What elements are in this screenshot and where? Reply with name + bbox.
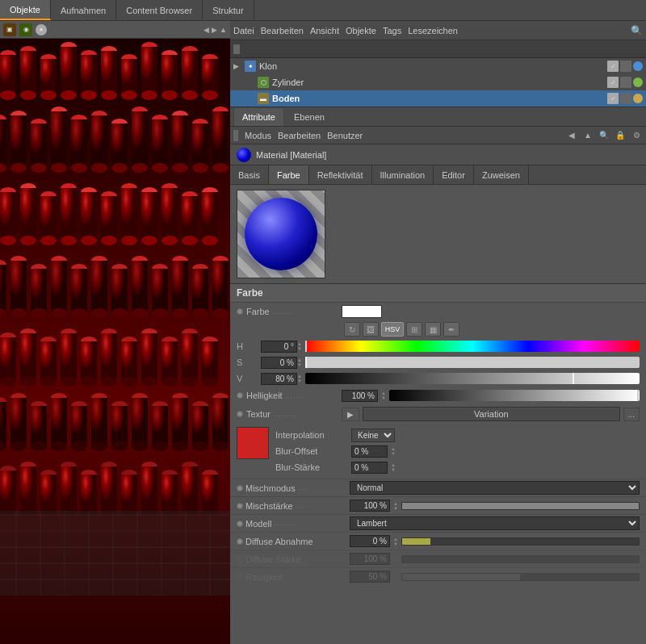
tab-content-browser[interactable]: Content Browser bbox=[116, 0, 203, 20]
klon-check1[interactable]: ✓ bbox=[607, 61, 619, 72]
color-tool-grid[interactable]: ⊞ bbox=[406, 322, 422, 337]
helligkeit-input[interactable] bbox=[342, 390, 378, 402]
diffuse-abnahme-input[interactable] bbox=[350, 535, 390, 547]
modell-select[interactable]: Lambert bbox=[350, 516, 640, 530]
tree-row-zylinder[interactable]: ⬡ Zylinder ✓ bbox=[230, 74, 646, 90]
diffuse-abnahme-down[interactable]: ▼ bbox=[393, 542, 398, 546]
tab-objekte[interactable]: Objekte bbox=[0, 0, 51, 20]
preview-container[interactable] bbox=[237, 190, 325, 278]
klon-check2[interactable] bbox=[620, 61, 631, 72]
s-arrow-down[interactable]: ▼ bbox=[297, 362, 302, 367]
viewport-icon-2[interactable]: ◉ bbox=[19, 23, 32, 36]
blur-offset-input[interactable] bbox=[351, 445, 388, 458]
gear2-icon[interactable]: ⚙ bbox=[630, 129, 643, 142]
viewport-maximize[interactable]: ▲ bbox=[220, 26, 227, 34]
zylinder-check1[interactable]: ✓ bbox=[607, 77, 619, 88]
svg-rect-210 bbox=[20, 466, 36, 515]
svg-rect-88 bbox=[121, 188, 137, 240]
textur-more-btn[interactable]: ... bbox=[623, 408, 640, 421]
tab-aufnahmen[interactable]: Aufnahmen bbox=[51, 0, 116, 20]
svg-rect-34 bbox=[0, 119, 6, 168]
right-panel-scroll[interactable]: Material [Material] Basis Farbe Reflekti… bbox=[230, 144, 646, 644]
zylinder-check2[interactable] bbox=[620, 77, 631, 88]
textur-row: Textur ......... ▶ Variation ... bbox=[230, 404, 646, 424]
boden-check2[interactable] bbox=[620, 93, 631, 104]
diffuse-abnahme-slider[interactable] bbox=[401, 537, 640, 546]
svg-rect-127 bbox=[152, 269, 168, 313]
menu-objekte[interactable]: Objekte bbox=[346, 26, 376, 36]
tab-ebenen[interactable]: Ebenen bbox=[286, 107, 333, 126]
tree-row-boden[interactable]: ▬ Boden ✓ bbox=[230, 90, 646, 107]
mat-tab-reflektivitat[interactable]: Reflektivität bbox=[309, 165, 372, 184]
h-arrow-down[interactable]: ▼ bbox=[297, 346, 302, 351]
lock-icon[interactable]: 🔒 bbox=[614, 129, 627, 142]
svg-rect-109 bbox=[31, 269, 47, 313]
svg-rect-181 bbox=[51, 398, 67, 446]
submenu-bearbeiten[interactable]: Bearbeiten bbox=[278, 131, 321, 140]
blur-offset-row: Blur-Offset ▲ ▼ bbox=[275, 443, 640, 459]
v-arrow-down[interactable]: ▼ bbox=[297, 378, 302, 383]
mischmodus-select[interactable]: Normal bbox=[350, 481, 640, 495]
material-preview bbox=[230, 185, 646, 284]
menu-bearbeiten[interactable]: Bearbeiten bbox=[261, 26, 304, 36]
mat-tab-illumination[interactable]: Illumination bbox=[372, 165, 434, 184]
menu-lesezeichen[interactable]: Lesezeichen bbox=[408, 26, 458, 36]
menu-tags[interactable]: Tags bbox=[383, 26, 401, 36]
svg-rect-222 bbox=[141, 466, 157, 515]
mischstaerke-down[interactable]: ▼ bbox=[393, 506, 398, 511]
mat-tab-farbe[interactable]: Farbe bbox=[269, 165, 309, 184]
tree-toolbar bbox=[230, 40, 646, 58]
boden-check1[interactable]: ✓ bbox=[607, 93, 619, 104]
blur-offset-down[interactable]: ▼ bbox=[391, 451, 396, 456]
mat-tab-zuweisen[interactable]: Zuweisen bbox=[474, 165, 529, 184]
submenu-benutzer[interactable]: Benutzer bbox=[327, 131, 363, 140]
color-tool-picker[interactable]: ✒ bbox=[443, 322, 459, 337]
tab-attribute[interactable]: Attribute bbox=[233, 107, 284, 126]
menu-datei[interactable]: Datei bbox=[233, 26, 254, 36]
svg-point-146 bbox=[40, 377, 57, 387]
viewport-icon-3[interactable]: ● bbox=[36, 24, 47, 36]
viewport-icon-1[interactable]: ▣ bbox=[3, 23, 16, 36]
farbe-color-swatch[interactable] bbox=[342, 305, 382, 318]
s-slider[interactable] bbox=[305, 357, 640, 368]
v-slider[interactable] bbox=[305, 373, 640, 384]
boden-icon: ▬ bbox=[258, 93, 269, 104]
svg-point-41 bbox=[31, 163, 47, 173]
mischstaerke-slider[interactable] bbox=[401, 502, 640, 510]
color-tool-rotate[interactable]: ↻ bbox=[344, 322, 360, 337]
search-icon[interactable]: 🔍 bbox=[631, 25, 643, 36]
helligkeit-control: ▲ ▼ bbox=[342, 390, 640, 402]
viewport-3d[interactable] bbox=[0, 39, 230, 644]
color-tool-hsv[interactable]: HSV bbox=[381, 322, 404, 337]
search2-icon[interactable]: 🔍 bbox=[598, 129, 610, 142]
menu-ansicht[interactable]: Ansicht bbox=[310, 26, 339, 36]
sort-icon[interactable]: ▲ bbox=[581, 129, 594, 142]
blur-staerke-input[interactable] bbox=[351, 462, 388, 474]
interpolation-select[interactable]: Keine bbox=[351, 429, 395, 442]
viewport-arrow-left[interactable]: ◀ bbox=[203, 26, 209, 34]
svg-point-20 bbox=[121, 90, 137, 100]
hsv-h-row: H ▲ ▼ bbox=[230, 338, 646, 354]
mat-tab-basis[interactable]: Basis bbox=[230, 165, 269, 184]
v-input[interactable] bbox=[261, 373, 297, 385]
hell-arrow-down[interactable]: ▼ bbox=[381, 395, 386, 400]
color-tool-palette[interactable]: ▦ bbox=[425, 322, 441, 337]
textur-color-preview[interactable] bbox=[237, 427, 269, 459]
h-input[interactable] bbox=[261, 341, 297, 353]
mat-tab-editor[interactable]: Editor bbox=[434, 165, 474, 184]
s-input[interactable] bbox=[261, 357, 297, 369]
viewport-arrow-right[interactable]: ▶ bbox=[212, 26, 217, 34]
tree-row-klon[interactable]: ▶ ✦ Klon ✓ bbox=[230, 58, 646, 74]
mischstaerke-input[interactable] bbox=[350, 500, 390, 512]
blur-staerke-down[interactable]: ▼ bbox=[391, 467, 396, 472]
svg-rect-121 bbox=[111, 269, 128, 313]
h-slider[interactable] bbox=[305, 341, 640, 352]
svg-rect-73 bbox=[20, 188, 36, 240]
submenu-modus[interactable]: Modus bbox=[245, 131, 271, 140]
back-icon[interactable]: ◀ bbox=[565, 129, 578, 142]
svg-rect-205 bbox=[212, 398, 229, 446]
tab-struktur[interactable]: Struktur bbox=[203, 0, 254, 20]
color-tool-image[interactable]: 🖼 bbox=[363, 322, 379, 337]
textur-play-btn[interactable]: ▶ bbox=[342, 408, 359, 421]
hell-slider[interactable] bbox=[389, 390, 640, 401]
